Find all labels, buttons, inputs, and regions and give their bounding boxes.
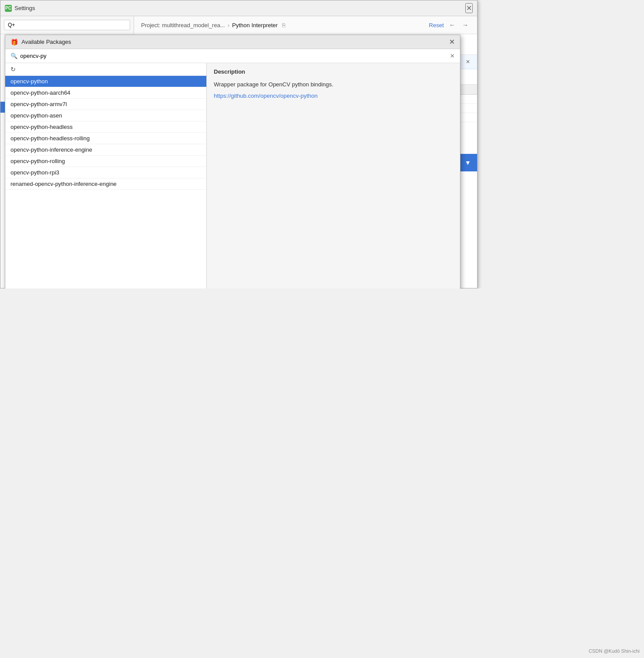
list-item[interactable]: opencv-python — [5, 76, 206, 87]
package-label: opencv-python — [11, 78, 48, 85]
back-button[interactable]: ← — [447, 21, 457, 29]
window-title: Settings — [14, 5, 35, 11]
forward-button[interactable]: → — [460, 21, 470, 29]
breadcrumb-project: Project: multithread_model_rea... — [141, 22, 225, 28]
content-header: Project: multithread_model_rea... › Pyth… — [134, 16, 477, 34]
package-search-input[interactable] — [20, 53, 447, 59]
package-label: opencv-python-headless — [11, 124, 73, 130]
package-label: opencv-python-rolling — [11, 158, 65, 164]
breadcrumb: Project: multithread_model_rea... › Pyth… — [141, 22, 286, 28]
sidebar-search-input[interactable] — [4, 20, 130, 30]
list-item[interactable]: renamed-opencv-python-inference-engine — [5, 178, 206, 190]
title-bar: PC Settings ✕ — [0, 0, 477, 16]
package-label: opencv-python-armv7l — [11, 101, 67, 107]
reset-button[interactable]: Reset — [429, 22, 444, 28]
search-icon: 🔍 — [11, 53, 18, 59]
copy-icon[interactable]: ⎘ — [282, 22, 286, 28]
description-title: Description — [214, 68, 453, 75]
list-item[interactable]: opencv-python-rpi3 — [5, 167, 206, 178]
list-item[interactable]: opencv-python-headless-rolling — [5, 133, 206, 144]
app-icon: PC — [5, 5, 12, 12]
modal-body: ↻ opencv-python opencv-python-aarch64 op… — [5, 63, 460, 288]
list-item[interactable]: opencv-python-rolling — [5, 156, 206, 167]
package-label: opencv-python-aarch64 — [11, 89, 71, 96]
breadcrumb-separator: › — [227, 22, 229, 28]
modal-close-button[interactable]: ✕ — [449, 38, 455, 46]
description-text: Wrapper package for OpenCV python bindin… — [214, 80, 453, 89]
right-tab-label: ▶ — [465, 161, 471, 164]
description-link[interactable]: https://github.com/opencv/opencv-python — [214, 92, 318, 99]
package-label: opencv-python-asen — [11, 112, 62, 119]
breadcrumb-current: Python Interpreter — [232, 22, 278, 28]
sidebar-search-container — [0, 16, 134, 34]
packages-list: ↻ opencv-python opencv-python-aarch64 op… — [5, 63, 207, 288]
package-label: renamed-opencv-python-inference-engine — [11, 181, 117, 187]
modal-search-bar: 🔍 ✕ — [5, 49, 460, 63]
package-description-panel: Description Wrapper package for OpenCV p… — [207, 63, 460, 288]
list-item[interactable]: opencv-python-asen — [5, 110, 206, 121]
list-item[interactable]: opencv-python-aarch64 — [5, 87, 206, 99]
refresh-button[interactable]: ↻ — [5, 63, 206, 76]
right-tab-strip: ▶ — [459, 154, 477, 171]
window-close-button[interactable]: ✕ — [465, 3, 473, 13]
modal-title-text: Available Packages — [21, 39, 71, 45]
list-item[interactable]: opencv-python-headless — [5, 121, 206, 133]
refresh-icon: ↻ — [11, 66, 16, 73]
list-item[interactable]: opencv-python-inference-engine — [5, 144, 206, 156]
modal-title-icon: 🎁 — [11, 39, 18, 46]
modal-title-bar: 🎁 Available Packages ✕ — [5, 35, 460, 49]
info-banner-close-button[interactable]: ✕ — [466, 59, 470, 65]
package-label: opencv-python-headless-rolling — [11, 135, 90, 142]
header-actions: Reset ← → — [429, 21, 470, 29]
package-label: opencv-python-inference-engine — [11, 146, 92, 153]
available-packages-modal: 🎁 Available Packages ✕ 🔍 ✕ ↻ opencv-pyth… — [5, 35, 460, 288]
package-label: opencv-python-rpi3 — [11, 169, 59, 176]
list-item[interactable]: opencv-python-armv7l — [5, 99, 206, 110]
search-clear-button[interactable]: ✕ — [450, 53, 455, 59]
modal-title: 🎁 Available Packages — [11, 39, 71, 46]
